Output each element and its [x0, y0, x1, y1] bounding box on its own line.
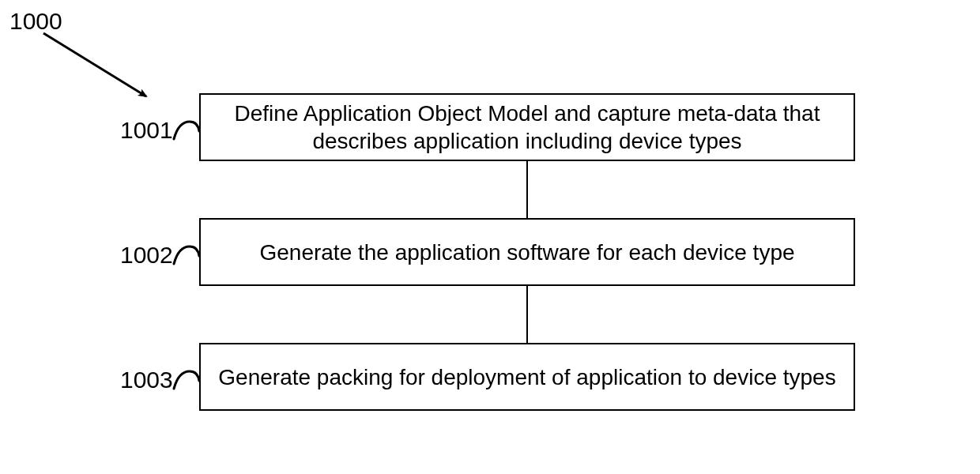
- connector-1-2: [526, 161, 528, 218]
- flow-step-2-ref: 1002: [120, 242, 173, 269]
- flow-step-1-text: Define Application Object Model and capt…: [213, 100, 841, 155]
- flow-step-3-ref: 1003: [120, 367, 173, 393]
- ref-connector-2: [171, 242, 202, 270]
- flow-step-1-ref: 1001: [120, 117, 173, 144]
- flow-step-3: Generate packing for deployment of appli…: [199, 343, 855, 411]
- flow-step-2: Generate the application software for ea…: [199, 218, 855, 286]
- flow-step-1: Define Application Object Model and capt…: [199, 93, 855, 161]
- flowchart-canvas: 1000 Define Application Object Model and…: [0, 0, 980, 474]
- flow-step-3-text: Generate packing for deployment of appli…: [218, 363, 835, 391]
- flow-step-2-text: Generate the application software for ea…: [259, 239, 794, 266]
- connector-2-3: [526, 286, 528, 343]
- ref-connector-1: [171, 117, 202, 145]
- svg-line-0: [43, 33, 146, 96]
- figure-pointer-arrow: [28, 24, 178, 111]
- ref-connector-3: [171, 367, 202, 395]
